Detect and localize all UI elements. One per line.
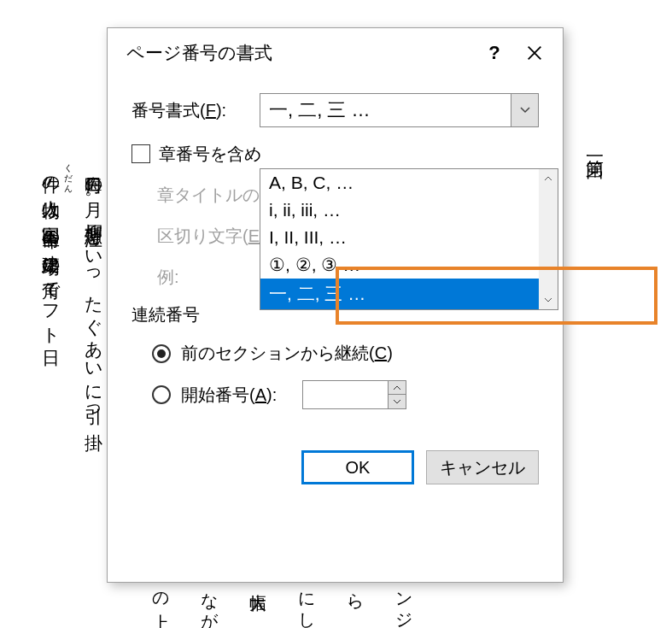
doc-frag: の上: [149, 581, 172, 628]
start-at-label: 開始番号(A):: [181, 384, 277, 407]
doc-frag: ンジ: [393, 581, 416, 628]
page-number-format-dialog: ページ番号の書式 ? 番号書式(F): 一, 二, 三 … 章番号を含め 章タイ…: [107, 27, 564, 583]
chevron-down-icon: [520, 107, 530, 114]
dropdown-scrollbar[interactable]: [539, 169, 558, 309]
titlebar: ページ番号の書式 ?: [108, 28, 563, 78]
close-icon: [525, 44, 544, 62]
number-format-value: 一, 二, 三 …: [260, 97, 511, 123]
doc-frag: にし: [295, 581, 318, 628]
doc-frag: なが: [198, 581, 221, 628]
number-format-dropdown[interactable]: A, B, C, … i, ii, iii, … I, II, III, … ①…: [260, 168, 558, 310]
include-chapter-checkbox[interactable]: [131, 144, 150, 163]
dropdown-option[interactable]: ①, ②, ③ …: [260, 251, 558, 279]
continue-previous-radio[interactable]: [152, 344, 171, 363]
dropdown-option[interactable]: A, B, C, …: [260, 169, 558, 197]
spinner-down-button[interactable]: [389, 395, 406, 408]
combo-dropdown-button[interactable]: [511, 94, 538, 126]
dialog-title: ページ番号の書式: [126, 41, 476, 65]
close-button[interactable]: [513, 36, 556, 70]
number-format-combo[interactable]: 一, 二, 三 …: [260, 93, 539, 127]
start-at-input[interactable]: [302, 380, 388, 409]
doc-frag: ら、: [344, 581, 367, 628]
help-button[interactable]: ?: [476, 42, 513, 64]
cancel-button[interactable]: キャンセル: [426, 450, 539, 484]
ok-button[interactable]: OK: [301, 450, 414, 484]
doc-heading: 第一回: [574, 145, 616, 150]
scroll-down-button[interactable]: [539, 291, 558, 309]
scroll-up-button[interactable]: [539, 169, 558, 188]
doc-bottom-row: ンジ ら、 にし 大幅 なが の上: [111, 581, 672, 628]
dropdown-option[interactable]: I, II, III, …: [260, 224, 558, 251]
number-format-label: 番号書式(F):: [131, 99, 260, 122]
dropdown-option-selected[interactable]: 一, 二, 三 …: [260, 279, 558, 309]
spinner-up-button[interactable]: [389, 381, 406, 395]
dropdown-option[interactable]: i, ii, iii, …: [260, 197, 558, 224]
doc-frag: 大幅: [247, 581, 270, 628]
include-chapter-label: 章番号を含め: [159, 143, 261, 166]
doc-text-col-2: 件の人物は富国生命の建築場の角でフト日: [30, 162, 73, 338]
start-at-spinner[interactable]: [302, 380, 406, 409]
continue-previous-label: 前のセクションから継続(C): [181, 342, 393, 365]
start-at-radio[interactable]: [152, 385, 171, 404]
